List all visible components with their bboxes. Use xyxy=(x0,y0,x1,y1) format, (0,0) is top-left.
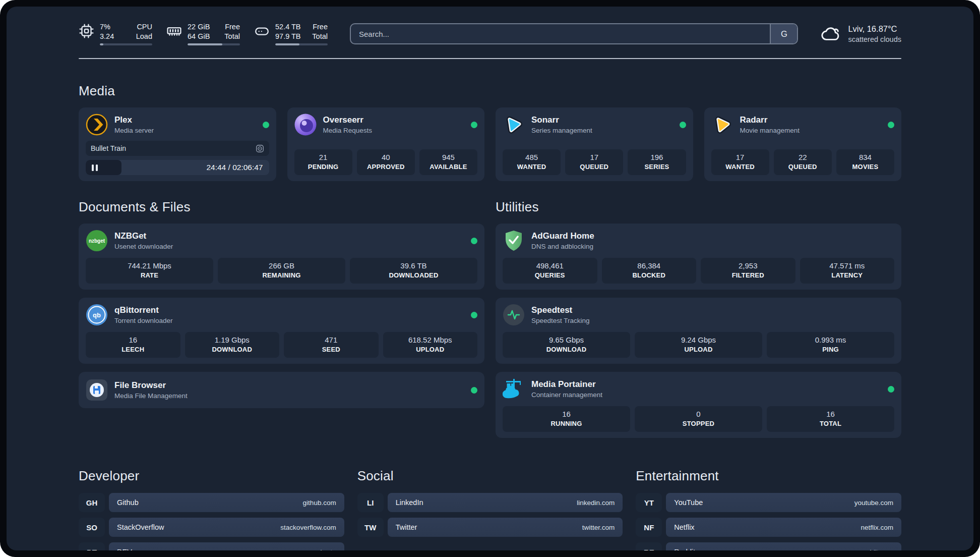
bookmark-netflix[interactable]: NF Netflixnetflix.com xyxy=(636,518,901,537)
app-card-radarr[interactable]: Radarr Movie management 17WANTED 22QUEUE… xyxy=(704,107,902,181)
section-title-media: Media xyxy=(79,83,901,99)
search-input[interactable] xyxy=(351,24,770,43)
app-name: NZBGet xyxy=(114,231,173,241)
pause-icon[interactable] xyxy=(92,164,98,171)
stat-filtered: 2,953FILTERED xyxy=(701,258,795,284)
app-description: DNS and adblocking xyxy=(531,243,594,250)
app-name: Overseerr xyxy=(323,115,373,125)
plex-now-playing: Bullet Train 24:44 / 02:06:47 xyxy=(86,136,269,175)
now-playing-title-row[interactable]: Bullet Train xyxy=(86,141,269,156)
bookmark-youtube[interactable]: YT YouTubeyoutube.com xyxy=(636,493,901,512)
bookmark-url: reddit.com xyxy=(862,548,893,551)
status-online-dot xyxy=(888,122,894,128)
app-name: Speedtest xyxy=(531,305,590,315)
app-description: Container management xyxy=(531,391,602,399)
plex-logo xyxy=(86,114,108,136)
qbittorrent-logo: qb xyxy=(86,304,108,326)
ram-total: 64 GiB xyxy=(188,32,210,41)
bookmark-name: LinkedIn xyxy=(396,498,423,507)
cpu-label: CPU xyxy=(136,22,152,32)
ram-total-label: Total xyxy=(224,32,240,41)
bookmark-abbr: NF xyxy=(636,518,662,537)
playback-time: 24:44 / 02:06:47 xyxy=(206,163,269,172)
stat-blocked: 86,384BLOCKED xyxy=(602,258,697,284)
bookmark-dev[interactable]: DT DEVdev.to xyxy=(79,542,344,550)
bookmark-abbr: YT xyxy=(636,493,662,512)
cpu-progress-bar xyxy=(100,43,152,45)
bookmark-reddit[interactable]: RE Redditreddit.com xyxy=(636,542,901,550)
app-description: Media File Management xyxy=(114,392,188,400)
section-title-developer: Developer xyxy=(79,468,344,484)
bookmark-abbr: TW xyxy=(357,518,384,537)
disc-icon[interactable] xyxy=(256,144,264,153)
app-card-adguard[interactable]: AdGuard Home DNS and adblocking 498,461Q… xyxy=(496,224,901,290)
bookmark-linkedin[interactable]: LI LinkedInlinkedin.com xyxy=(357,493,623,512)
portainer-logo xyxy=(503,378,525,400)
bookmark-name: YouTube xyxy=(674,498,703,507)
playback-progress-bar[interactable]: 24:44 / 02:06:47 xyxy=(86,160,269,175)
app-description: Media Requests xyxy=(323,127,373,134)
bookmark-name: StackOverflow xyxy=(117,523,164,531)
ram-icon xyxy=(166,23,182,39)
app-name: Radarr xyxy=(740,115,800,125)
stat-stopped: 0STOPPED xyxy=(635,406,762,432)
ram-free-label: Free xyxy=(224,22,240,32)
stat-running: 16RUNNING xyxy=(503,406,630,432)
stat-wanted: 485WANTED xyxy=(503,149,561,175)
stat-pending: 21PENDING xyxy=(294,149,352,175)
top-bar: 7%3.24 CPULoad 22 GiB64 GiB FreeTotal xyxy=(79,20,901,48)
adguard-logo xyxy=(503,230,525,252)
app-card-nzbget[interactable]: nzbget NZBGet Usenet downloader 744.21 M… xyxy=(79,224,484,290)
bookmark-url: dev.to xyxy=(318,548,336,551)
bookmark-stackoverflow[interactable]: SO StackOverflowstackoverflow.com xyxy=(79,518,344,537)
bookmark-name: Netflix xyxy=(674,523,694,531)
stat-download: 1.19 GbpsDOWNLOAD xyxy=(185,332,280,358)
bookmark-name: Reddit xyxy=(674,548,695,550)
sonarr-logo xyxy=(503,114,525,136)
app-card-filebrowser[interactable]: File Browser Media File Management xyxy=(79,372,484,408)
app-card-qbittorrent[interactable]: qb qBittorrent Torrent downloader 16LEEC… xyxy=(79,298,484,364)
bookmark-abbr: GH xyxy=(79,493,105,512)
stat-leech: 16LEECH xyxy=(86,332,180,358)
stat-upload: 9.24 GbpsUPLOAD xyxy=(635,332,762,358)
bookmarks-social: Social LI LinkedInlinkedin.com TW Twitte… xyxy=(357,468,623,550)
stat-upload: 618.52 MbpsUPLOAD xyxy=(383,332,478,358)
app-description: Movie management xyxy=(740,127,800,134)
search-engine-button[interactable]: G xyxy=(770,24,797,43)
status-online-dot xyxy=(471,312,477,318)
bookmark-github[interactable]: GH Githubgithub.com xyxy=(79,493,344,512)
search-bar: G xyxy=(350,23,798,44)
svg-text:nzbget: nzbget xyxy=(89,238,105,244)
bookmark-abbr: RE xyxy=(636,542,662,550)
stat-wanted: 17WANTED xyxy=(711,149,769,175)
status-online-dot xyxy=(263,122,269,128)
playback-progress-fill xyxy=(86,160,121,175)
window-frame: 7%3.24 CPULoad 22 GiB64 GiB FreeTotal xyxy=(0,0,980,557)
overseerr-logo xyxy=(294,114,317,136)
app-card-speedtest[interactable]: Speedtest Speedtest Tracking 9.65 GbpsDO… xyxy=(496,298,901,364)
ram-free: 22 GiB xyxy=(188,22,210,32)
app-card-overseerr[interactable]: Overseerr Media Requests 21PENDING 40APP… xyxy=(287,107,485,181)
bookmark-url: linkedin.com xyxy=(577,499,615,507)
app-card-plex[interactable]: Plex Media server Bullet Train 24:44 / 0… xyxy=(79,107,276,181)
app-card-portainer[interactable]: Media Portainer Container management 16R… xyxy=(496,372,901,438)
bookmark-twitter[interactable]: TW Twittertwitter.com xyxy=(357,518,623,537)
bookmark-abbr: DT xyxy=(79,542,105,550)
ram-stat: 22 GiB64 GiB FreeTotal xyxy=(166,22,240,45)
bookmark-url: twitter.com xyxy=(582,524,615,531)
cpu-icon xyxy=(79,23,94,39)
app-card-sonarr[interactable]: Sonarr Series management 485WANTED 17QUE… xyxy=(496,107,693,181)
cpu-load: 3.24 xyxy=(100,32,114,41)
section-title-social: Social xyxy=(357,468,623,484)
nzbget-logo: nzbget xyxy=(86,230,108,252)
app-name: Plex xyxy=(114,115,154,125)
documents-column: Documents & Files nzbget NZBGet Usenet d… xyxy=(79,181,484,416)
load-label: Load xyxy=(136,32,152,41)
app-description: Media server xyxy=(114,127,154,134)
app-description: Speedtest Tracking xyxy=(531,317,590,324)
bookmark-abbr: LI xyxy=(357,493,384,512)
weather-location-temp: Lviv, 16.87°C xyxy=(848,24,901,34)
bookmark-name: Twitter xyxy=(396,523,417,531)
bookmark-name: DEV xyxy=(117,548,132,550)
bookmark-name: Github xyxy=(117,498,139,507)
